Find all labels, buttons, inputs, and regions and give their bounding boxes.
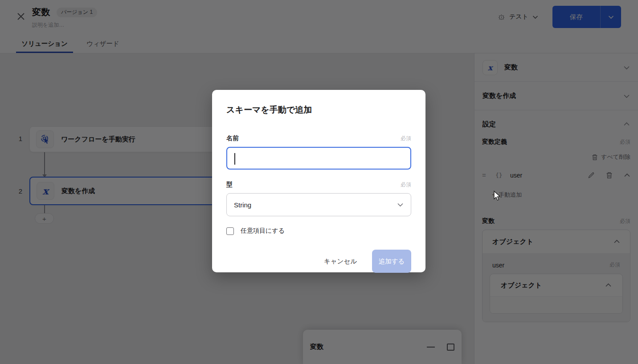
- cancel-button[interactable]: キャンセル: [322, 254, 359, 269]
- optional-checkbox[interactable]: [226, 227, 234, 235]
- add-schema-modal: スキーマを手動で追加 名前 必須 型 必須 String 任意項目にする キャン…: [212, 90, 425, 272]
- optional-checkbox-label: 任意項目にする: [241, 227, 285, 235]
- app-window: 変数 バージョン 1 説明を追加… テスト 保存: [0, 0, 638, 364]
- type-field-label: 型: [226, 181, 233, 189]
- name-input[interactable]: [226, 147, 411, 170]
- required-badge: 必須: [401, 135, 411, 142]
- chevron-down-icon: [397, 202, 404, 207]
- name-field-label: 名前: [226, 134, 239, 142]
- submit-button[interactable]: 追加する: [372, 250, 411, 273]
- type-select[interactable]: String: [226, 193, 411, 216]
- type-select-value: String: [234, 201, 397, 209]
- required-badge: 必須: [401, 181, 411, 189]
- mouse-cursor-icon: [493, 190, 502, 201]
- modal-title: スキーマを手動で追加: [226, 104, 411, 116]
- text-caret: [234, 153, 235, 165]
